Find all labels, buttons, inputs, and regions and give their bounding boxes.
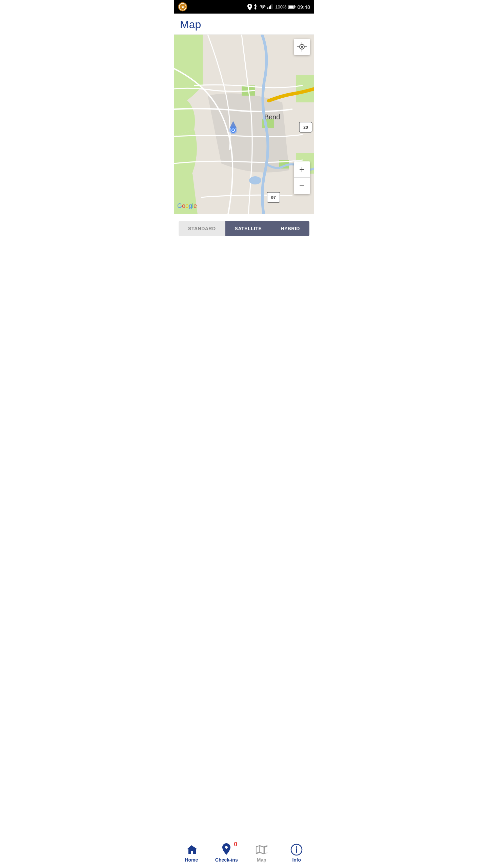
svg-text:★: ★ [181,5,185,9]
svg-text:97: 97 [271,195,276,200]
crosshair-icon [297,42,307,52]
svg-text:Google: Google [177,202,197,209]
svg-rect-3 [267,7,268,9]
svg-point-26 [232,129,234,131]
svg-rect-6 [271,4,272,9]
map-svg: 20 Bend 97 [174,35,314,214]
hybrid-map-button[interactable]: HYBRID [271,221,309,236]
svg-point-30 [301,46,303,48]
svg-rect-5 [270,5,271,9]
google-logo: Google [177,201,202,211]
bluetooth-icon [254,4,258,10]
status-bar: ★ 100% 09:48 [174,0,314,14]
status-icons: 100% 09:48 [247,4,310,10]
app-icon: ★ [178,2,187,12]
zoom-in-button[interactable]: + [294,161,310,178]
zoom-out-button[interactable]: − [294,178,310,194]
wifi-icon [260,4,266,9]
map-container[interactable]: 20 Bend 97 + − Google [174,35,314,214]
time-display: 09:48 [297,4,310,10]
svg-rect-8 [289,6,294,8]
battery-pct: 100% [275,4,286,9]
svg-rect-4 [269,6,270,9]
zoom-controls: + − [294,161,310,194]
location-icon [247,4,252,10]
svg-text:20: 20 [303,125,308,130]
battery-icon [288,5,296,9]
satellite-map-button[interactable]: SATELLITE [225,221,271,236]
header: Map [174,14,314,35]
svg-rect-9 [295,6,296,7]
map-type-selector: STANDARD SATELLITE HYBRID [174,214,314,243]
location-button[interactable] [294,39,310,55]
svg-point-17 [249,176,261,184]
page-title: Map [180,18,308,31]
signal-icon [267,4,273,9]
standard-map-button[interactable]: STANDARD [179,221,225,236]
svg-text:Bend: Bend [264,113,280,121]
